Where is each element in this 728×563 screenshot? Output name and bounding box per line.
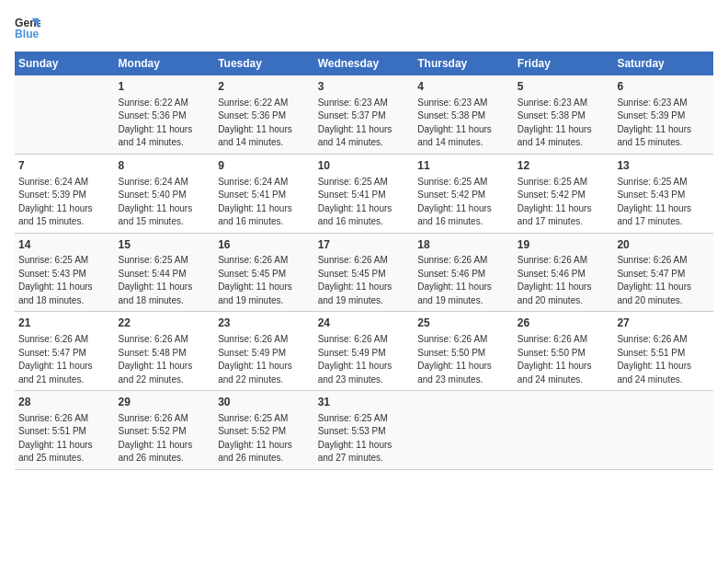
calendar-header-row: SundayMondayTuesdayWednesdayThursdayFrid… [15, 52, 713, 75]
calendar-cell: 24Sunrise: 6:26 AM Sunset: 5:49 PM Dayli… [314, 312, 415, 391]
day-number: 29 [119, 395, 211, 410]
day-info: Sunrise: 6:25 AM Sunset: 5:44 PM Dayligh… [119, 254, 211, 307]
calendar-cell [514, 391, 614, 470]
day-info: Sunrise: 6:26 AM Sunset: 5:47 PM Dayligh… [18, 333, 111, 386]
day-info: Sunrise: 6:25 AM Sunset: 5:41 PM Dayligh… [318, 176, 411, 229]
day-number: 1 [119, 79, 211, 95]
logo-icon: General Blue [15, 15, 40, 40]
calendar-table: SundayMondayTuesdayWednesdayThursdayFrid… [15, 52, 713, 470]
calendar-cell: 13Sunrise: 6:25 AM Sunset: 5:43 PM Dayli… [613, 154, 713, 233]
calendar-cell: 7Sunrise: 6:24 AM Sunset: 5:39 PM Daylig… [15, 154, 115, 233]
day-info: Sunrise: 6:26 AM Sunset: 5:52 PM Dayligh… [119, 412, 211, 465]
day-info: Sunrise: 6:26 AM Sunset: 5:51 PM Dayligh… [617, 333, 710, 386]
calendar-cell: 30Sunrise: 6:25 AM Sunset: 5:52 PM Dayli… [214, 391, 314, 470]
day-info: Sunrise: 6:23 AM Sunset: 5:39 PM Dayligh… [617, 97, 710, 150]
day-number: 9 [218, 158, 311, 174]
day-info: Sunrise: 6:25 AM Sunset: 5:53 PM Dayligh… [318, 412, 411, 465]
day-number: 2 [218, 79, 311, 95]
day-number: 8 [119, 158, 211, 174]
day-info: Sunrise: 6:25 AM Sunset: 5:52 PM Dayligh… [218, 412, 311, 465]
day-info: Sunrise: 6:26 AM Sunset: 5:45 PM Dayligh… [218, 254, 311, 307]
day-info: Sunrise: 6:26 AM Sunset: 5:49 PM Dayligh… [218, 333, 311, 386]
day-info: Sunrise: 6:22 AM Sunset: 5:36 PM Dayligh… [119, 97, 211, 150]
day-number: 17 [318, 237, 411, 253]
day-number: 22 [119, 316, 211, 331]
calendar-cell: 22Sunrise: 6:26 AM Sunset: 5:48 PM Dayli… [115, 312, 215, 391]
day-number: 21 [18, 316, 111, 331]
day-header-friday: Friday [514, 52, 614, 75]
day-number: 7 [18, 158, 111, 174]
calendar-week-row: 28Sunrise: 6:26 AM Sunset: 5:51 PM Dayli… [15, 391, 713, 470]
day-number: 4 [417, 79, 510, 95]
calendar-cell: 29Sunrise: 6:26 AM Sunset: 5:52 PM Dayli… [115, 391, 215, 470]
calendar-cell: 2Sunrise: 6:22 AM Sunset: 5:36 PM Daylig… [214, 75, 314, 154]
day-number: 24 [318, 316, 411, 331]
day-number: 12 [518, 158, 610, 174]
day-info: Sunrise: 6:24 AM Sunset: 5:39 PM Dayligh… [18, 176, 111, 229]
day-number: 23 [218, 316, 311, 331]
day-number: 10 [318, 158, 411, 174]
calendar-cell: 28Sunrise: 6:26 AM Sunset: 5:51 PM Dayli… [15, 391, 115, 470]
calendar-cell: 26Sunrise: 6:26 AM Sunset: 5:50 PM Dayli… [514, 312, 614, 391]
page-header: General Blue [15, 15, 713, 40]
day-info: Sunrise: 6:25 AM Sunset: 5:42 PM Dayligh… [417, 176, 510, 229]
day-info: Sunrise: 6:26 AM Sunset: 5:46 PM Dayligh… [518, 254, 610, 307]
day-info: Sunrise: 6:26 AM Sunset: 5:47 PM Dayligh… [617, 254, 710, 307]
calendar-cell: 3Sunrise: 6:23 AM Sunset: 5:37 PM Daylig… [314, 75, 415, 154]
calendar-cell: 23Sunrise: 6:26 AM Sunset: 5:49 PM Dayli… [214, 312, 314, 391]
calendar-cell: 18Sunrise: 6:26 AM Sunset: 5:46 PM Dayli… [414, 233, 514, 312]
calendar-week-row: 21Sunrise: 6:26 AM Sunset: 5:47 PM Dayli… [15, 312, 713, 391]
day-number: 20 [617, 237, 710, 253]
day-number: 28 [18, 395, 111, 410]
day-info: Sunrise: 6:26 AM Sunset: 5:50 PM Dayligh… [518, 333, 610, 386]
day-number: 26 [518, 316, 610, 331]
calendar-cell: 1Sunrise: 6:22 AM Sunset: 5:36 PM Daylig… [115, 75, 215, 154]
day-info: Sunrise: 6:24 AM Sunset: 5:40 PM Dayligh… [119, 176, 211, 229]
day-number: 16 [218, 237, 311, 253]
day-number: 27 [617, 316, 710, 331]
day-info: Sunrise: 6:26 AM Sunset: 5:48 PM Dayligh… [119, 333, 211, 386]
calendar-cell: 19Sunrise: 6:26 AM Sunset: 5:46 PM Dayli… [514, 233, 614, 312]
day-number: 19 [518, 237, 610, 253]
logo: General Blue [15, 15, 44, 40]
calendar-week-row: 14Sunrise: 6:25 AM Sunset: 5:43 PM Dayli… [15, 233, 713, 312]
calendar-cell: 5Sunrise: 6:23 AM Sunset: 5:38 PM Daylig… [514, 75, 614, 154]
day-info: Sunrise: 6:23 AM Sunset: 5:38 PM Dayligh… [417, 97, 510, 150]
day-number: 14 [18, 237, 111, 253]
calendar-cell: 27Sunrise: 6:26 AM Sunset: 5:51 PM Dayli… [613, 312, 713, 391]
calendar-cell: 12Sunrise: 6:25 AM Sunset: 5:42 PM Dayli… [514, 154, 614, 233]
day-number: 13 [617, 158, 710, 174]
day-header-monday: Monday [115, 52, 215, 75]
calendar-week-row: 1Sunrise: 6:22 AM Sunset: 5:36 PM Daylig… [15, 75, 713, 154]
day-info: Sunrise: 6:25 AM Sunset: 5:43 PM Dayligh… [18, 254, 111, 307]
calendar-cell: 9Sunrise: 6:24 AM Sunset: 5:41 PM Daylig… [214, 154, 314, 233]
day-header-saturday: Saturday [613, 52, 713, 75]
calendar-cell: 31Sunrise: 6:25 AM Sunset: 5:53 PM Dayli… [314, 391, 415, 470]
calendar-cell: 11Sunrise: 6:25 AM Sunset: 5:42 PM Dayli… [414, 154, 514, 233]
day-info: Sunrise: 6:26 AM Sunset: 5:45 PM Dayligh… [318, 254, 411, 307]
day-info: Sunrise: 6:24 AM Sunset: 5:41 PM Dayligh… [218, 176, 311, 229]
day-number: 6 [617, 79, 710, 95]
calendar-cell: 6Sunrise: 6:23 AM Sunset: 5:39 PM Daylig… [613, 75, 713, 154]
day-header-tuesday: Tuesday [214, 52, 314, 75]
calendar-week-row: 7Sunrise: 6:24 AM Sunset: 5:39 PM Daylig… [15, 154, 713, 233]
calendar-cell: 21Sunrise: 6:26 AM Sunset: 5:47 PM Dayli… [15, 312, 115, 391]
day-number: 18 [417, 237, 510, 253]
calendar-cell: 4Sunrise: 6:23 AM Sunset: 5:38 PM Daylig… [414, 75, 514, 154]
day-header-thursday: Thursday [414, 52, 514, 75]
day-info: Sunrise: 6:23 AM Sunset: 5:37 PM Dayligh… [318, 97, 411, 150]
day-info: Sunrise: 6:26 AM Sunset: 5:46 PM Dayligh… [417, 254, 510, 307]
calendar-cell: 16Sunrise: 6:26 AM Sunset: 5:45 PM Dayli… [214, 233, 314, 312]
day-info: Sunrise: 6:25 AM Sunset: 5:42 PM Dayligh… [518, 176, 610, 229]
calendar-cell: 14Sunrise: 6:25 AM Sunset: 5:43 PM Dayli… [15, 233, 115, 312]
day-number: 3 [318, 79, 411, 95]
day-header-sunday: Sunday [15, 52, 115, 75]
day-info: Sunrise: 6:26 AM Sunset: 5:50 PM Dayligh… [417, 333, 510, 386]
day-number: 15 [119, 237, 211, 253]
day-info: Sunrise: 6:23 AM Sunset: 5:38 PM Dayligh… [518, 97, 610, 150]
calendar-cell [414, 391, 514, 470]
calendar-cell [613, 391, 713, 470]
day-info: Sunrise: 6:26 AM Sunset: 5:49 PM Dayligh… [318, 333, 411, 386]
day-info: Sunrise: 6:26 AM Sunset: 5:51 PM Dayligh… [18, 412, 111, 465]
calendar-cell: 17Sunrise: 6:26 AM Sunset: 5:45 PM Dayli… [314, 233, 415, 312]
